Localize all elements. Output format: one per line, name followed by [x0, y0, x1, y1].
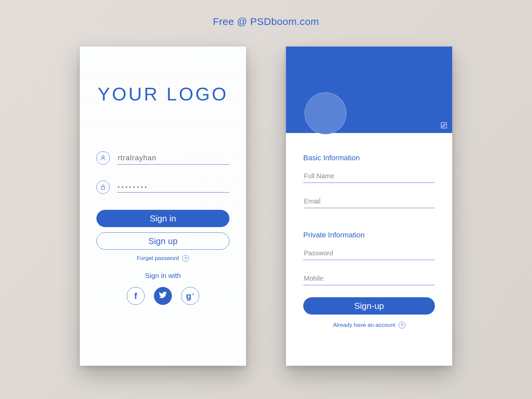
lock-icon: [96, 181, 110, 194]
question-icon: ?: [182, 255, 189, 262]
signup-button[interactable]: Sign up: [96, 232, 229, 250]
question-icon: ?: [399, 322, 405, 329]
signup-password-input[interactable]: [303, 247, 435, 260]
avatar-placeholder[interactable]: [305, 92, 346, 134]
google-plus-button[interactable]: g+: [181, 287, 199, 305]
password-input[interactable]: [117, 182, 229, 193]
already-have-account-link[interactable]: Already have an account ?: [303, 322, 435, 329]
forget-password-label: Forget password: [137, 255, 179, 262]
edit-header-button[interactable]: [440, 122, 448, 129]
edit-icon: [440, 124, 448, 130]
twitter-button[interactable]: [154, 287, 172, 305]
google-plus-icon: g+: [186, 291, 194, 301]
signup-header: [286, 47, 452, 133]
username-row: [96, 151, 229, 165]
signin-with-label: Sign in with: [96, 272, 229, 280]
fullname-input[interactable]: [303, 170, 435, 183]
password-row: [96, 181, 229, 194]
already-have-account-label: Already have an account: [333, 322, 395, 329]
svg-rect-1: [101, 187, 105, 190]
forget-password-link[interactable]: Forget password ?: [96, 255, 229, 262]
logo-text: YOUR LOGO: [96, 83, 229, 105]
login-card: YOUR LOGO Sign in Sign up Forget passwor…: [80, 47, 246, 366]
twitter-icon: [159, 291, 167, 302]
facebook-icon: f: [134, 291, 137, 301]
signup-submit-button[interactable]: Sign-up: [303, 297, 435, 315]
signup-card: Basic Information Private Information Si…: [286, 47, 452, 366]
mobile-input[interactable]: [303, 272, 435, 285]
signin-button[interactable]: Sign in: [96, 210, 229, 227]
attribution-text: Free @ PSDboom.com: [0, 16, 532, 27]
social-row: f g+: [96, 287, 229, 305]
email-input[interactable]: [303, 195, 435, 208]
svg-rect-2: [441, 123, 447, 128]
svg-point-0: [102, 156, 104, 158]
facebook-button[interactable]: f: [127, 287, 145, 305]
username-input[interactable]: [117, 152, 229, 165]
private-info-heading: Private Information: [303, 231, 435, 239]
user-icon: [96, 151, 110, 165]
basic-info-heading: Basic Information: [303, 154, 435, 162]
